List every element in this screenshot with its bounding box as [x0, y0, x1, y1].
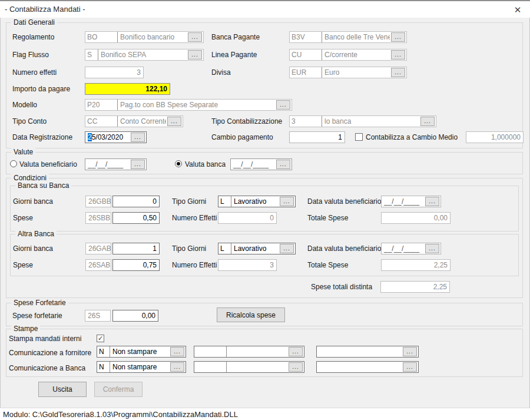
tipo-giorni-label: Tipo Giorni: [172, 196, 206, 207]
spese-code[interactable]: 26SAB: [85, 259, 111, 271]
group-title: Valute: [11, 148, 35, 156]
tipo-conto-desc: Conto Corrente: [118, 117, 166, 125]
banca-pagante-browse-button[interactable]: ...: [391, 32, 405, 42]
group-title: Dati Generali: [11, 18, 57, 27]
comunicazione-banca-extra2-field[interactable]: ...: [316, 361, 419, 373]
data-valuta-beneficiario-browse-button[interactable]: ...: [425, 244, 439, 253]
divisa-browse-button[interactable]: ...: [391, 68, 405, 77]
numero-effetti-field[interactable]: 3: [85, 67, 144, 78]
comunicazione-fornitore-code[interactable]: N: [97, 346, 110, 357]
totale-spese-label: Totale Spese: [307, 212, 348, 224]
comunicazione-banca-browse-button[interactable]: ...: [170, 362, 184, 372]
modello-code[interactable]: P20: [85, 100, 118, 110]
tipo-conto-field[interactable]: CC Conto Corrente ...: [85, 115, 183, 127]
giorni-banca-value[interactable]: 0: [112, 196, 160, 207]
data-registrazione-value[interactable]: 25/03/2020: [85, 133, 130, 141]
comunicazione-fornitore-extra2-field[interactable]: ...: [316, 346, 419, 358]
data-valuta-beneficiario-field[interactable]: __/__/____ ...: [381, 243, 441, 254]
group-title: Stampe: [11, 325, 40, 333]
tipo-contabilizzazione-code[interactable]: 3: [290, 116, 322, 127]
valuta-banca-date-mask[interactable]: __/__/____: [231, 160, 275, 168]
linea-pagante-code[interactable]: CU: [290, 49, 322, 60]
tipo-contabilizzazione-field[interactable]: 3 lo banca ...: [289, 115, 436, 127]
stampa-mandati-interni-checkbox[interactable]: ✓: [97, 335, 104, 342]
tipo-conto-code[interactable]: CC: [85, 116, 118, 127]
numero-effetti-value[interactable]: 0: [218, 212, 277, 224]
tipo-contabilizzazione-browse-button[interactable]: ...: [420, 117, 435, 126]
tipo-conto-browse-button[interactable]: ...: [167, 117, 181, 126]
giorni-banca-label: Giorni banca: [13, 196, 53, 207]
regolamento-browse-button[interactable]: ...: [188, 32, 202, 42]
flag-flusso-browse-button[interactable]: ...: [188, 50, 202, 59]
ricalcola-spese-button[interactable]: Ricalcola spese: [217, 307, 285, 322]
spese-value[interactable]: 0,75: [112, 259, 160, 271]
tipo-giorni-browse-button[interactable]: ...: [280, 197, 294, 206]
divisa-field[interactable]: EUR Euro ...: [289, 67, 407, 78]
data-valuta-beneficiario-field[interactable]: __/__/____ ...: [381, 196, 441, 207]
spese-forfetarie-value[interactable]: 0,00: [112, 310, 158, 322]
comunicazione-banca-field[interactable]: N Non stampare ...: [97, 361, 186, 373]
divisa-desc: Euro: [322, 68, 390, 77]
comunicazione-fornitore-browse-button[interactable]: ...: [170, 347, 184, 356]
extra-browse-button[interactable]: ...: [403, 347, 417, 356]
regolamento-field[interactable]: BO Bonifico bancario ...: [85, 31, 204, 43]
tipo-giorni-field[interactable]: L Lavorativo ...: [218, 243, 296, 254]
tipo-giorni-code[interactable]: L: [218, 196, 231, 207]
valuta-beneficiario-radio[interactable]: [10, 160, 17, 167]
cambio-medio-rate-field[interactable]: 1,000000: [466, 131, 524, 143]
date-mask[interactable]: __/__/____: [382, 197, 424, 206]
flag-flusso-code[interactable]: S: [85, 49, 98, 60]
spese-value[interactable]: 0,50: [112, 212, 160, 224]
flag-flusso-field[interactable]: S Bonifico SEPA ...: [85, 49, 204, 61]
banca-pagante-field[interactable]: B3V Banco delle Tre Vene ...: [289, 31, 407, 43]
divisa-code[interactable]: EUR: [290, 67, 322, 78]
valuta-banca-browse-button[interactable]: ...: [276, 160, 290, 169]
extra-browse-button[interactable]: ...: [403, 362, 417, 372]
linea-pagante-browse-button[interactable]: ...: [391, 50, 405, 59]
giorni-banca-code[interactable]: 26GAB: [85, 243, 111, 254]
cambio-pagamento-field[interactable]: 1: [289, 131, 345, 143]
valuta-banca-radio[interactable]: [175, 160, 182, 167]
cambio-medio-checkbox[interactable]: [355, 133, 363, 141]
tipo-giorni-code[interactable]: L: [218, 243, 231, 254]
importo-da-pagare-field[interactable]: 122,10: [85, 83, 170, 95]
spese-forfetarie-code[interactable]: 26S: [85, 310, 111, 322]
spese-totali-distinta-label: Spese totali distinta: [311, 281, 372, 293]
tipo-giorni-browse-button[interactable]: ...: [280, 244, 294, 253]
modello-field[interactable]: P20 Pag.to con BB Spese Separate ...: [85, 99, 292, 111]
totale-spese-value[interactable]: 0,00: [381, 212, 450, 224]
comunicazione-banca-extra1-field[interactable]: ...: [194, 361, 304, 373]
modello-desc: Pag.to con BB Spese Separate: [118, 101, 275, 109]
spese-code[interactable]: 26SBB: [85, 212, 111, 224]
valuta-beneficiario-date-field[interactable]: __/__/____ ...: [85, 158, 147, 170]
spese-totali-distinta-value[interactable]: 2,25: [380, 281, 450, 293]
comunicazione-fornitore-field[interactable]: N Non stampare ...: [97, 346, 186, 358]
numero-effetti-value[interactable]: 3: [218, 259, 277, 271]
extra-code[interactable]: [194, 362, 227, 372]
giorni-banca-code[interactable]: 26GBB: [85, 196, 111, 207]
banca-pagante-code[interactable]: B3V: [290, 32, 322, 42]
data-registrazione-field[interactable]: 25/03/2020 ...: [85, 131, 147, 143]
valuta-banca-date-field[interactable]: __/__/____ ...: [230, 158, 292, 170]
uscita-button[interactable]: Uscita: [38, 382, 87, 397]
comunicazione-fornitore-extra1-field[interactable]: ...: [194, 346, 304, 358]
extra-browse-button[interactable]: ...: [289, 347, 303, 356]
banca-pagante-desc: Banco delle Tre Vene: [322, 33, 390, 41]
close-icon[interactable]: ✕: [511, 4, 524, 16]
extra-code[interactable]: [194, 346, 227, 357]
date-mask[interactable]: __/__/____: [382, 244, 424, 253]
data-registrazione-browse-button[interactable]: ...: [131, 133, 145, 142]
giorni-banca-value[interactable]: 1: [112, 243, 160, 254]
valuta-beneficiario-date-mask[interactable]: __/__/____: [85, 160, 130, 168]
valuta-beneficiario-browse-button[interactable]: ...: [131, 160, 145, 169]
regolamento-code[interactable]: BO: [85, 32, 118, 42]
modello-browse-button[interactable]: ...: [276, 100, 290, 110]
comunicazione-banca-code[interactable]: N: [97, 362, 110, 372]
data-valuta-beneficiario-browse-button[interactable]: ...: [425, 197, 439, 206]
conferma-button[interactable]: Conferma: [94, 382, 143, 397]
tipo-giorni-field[interactable]: L Lavorativo ...: [218, 196, 296, 207]
linea-pagante-field[interactable]: CU C/corrente ...: [289, 49, 407, 61]
totale-spese-value[interactable]: 2,25: [381, 259, 450, 271]
extra-browse-button[interactable]: ...: [289, 362, 303, 372]
totale-spese-label: Totale Spese: [307, 259, 348, 271]
